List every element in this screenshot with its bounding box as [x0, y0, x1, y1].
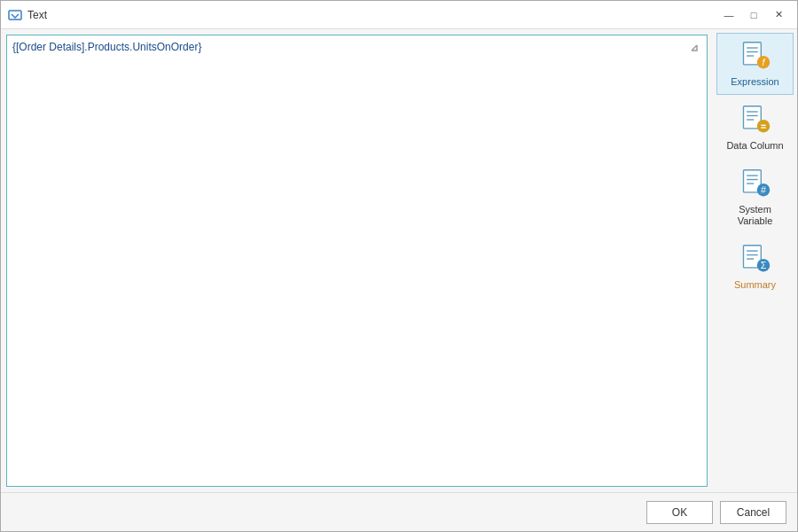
svg-rect-13 [759, 123, 767, 129]
title-bar: Text — □ ✕ [1, 1, 797, 29]
app-icon [8, 8, 22, 22]
expression-label: Expression [731, 76, 778, 88]
data-column-icon [739, 104, 771, 136]
main-area: {[Order Details].Products.UnitsOnOrder} [1, 29, 713, 492]
close-button[interactable]: ✕ [767, 6, 790, 24]
data-column-icon-container [738, 103, 773, 137]
title-bar-left: Text [8, 8, 47, 22]
minimize-button[interactable]: — [717, 6, 740, 24]
summary-icon: Σ [739, 243, 771, 275]
cancel-button[interactable]: Cancel [720, 501, 786, 524]
svg-line-1 [692, 45, 697, 51]
system-variable-label: System Variable [721, 204, 789, 227]
summary-button[interactable]: Σ Summary [716, 235, 794, 297]
expression-icon: f [739, 40, 771, 72]
expression-icon-container: f [738, 39, 773, 73]
corner-icon [685, 39, 703, 57]
ok-button[interactable]: OK [646, 501, 713, 524]
system-variable-button[interactable]: # System Variable [716, 160, 794, 233]
dialog-body: {[Order Details].Products.UnitsOnOrder} [1, 29, 797, 492]
sidebar: f Expression [713, 29, 797, 492]
expression-button[interactable]: f Expression [716, 33, 794, 95]
window-title: Text [27, 9, 47, 21]
text-dialog: Text — □ ✕ {[Order Details].Products.Uni… [0, 0, 798, 532]
summary-label: Summary [734, 279, 776, 291]
text-area-container: {[Order Details].Products.UnitsOnOrder} [6, 35, 708, 487]
footer: OK Cancel [1, 492, 797, 531]
system-variable-icon: # [739, 168, 771, 200]
system-variable-icon-container: # [738, 167, 773, 200]
data-column-label: Data Column [726, 140, 783, 152]
expression-textarea[interactable]: {[Order Details].Products.UnitsOnOrder} [7, 35, 707, 486]
svg-text:Σ: Σ [760, 260, 766, 270]
svg-text:#: # [761, 184, 766, 195]
window-controls: — □ ✕ [717, 6, 790, 24]
data-column-button[interactable]: Data Column [716, 97, 794, 159]
maximize-button[interactable]: □ [742, 6, 765, 24]
summary-icon-container: Σ [738, 242, 773, 276]
